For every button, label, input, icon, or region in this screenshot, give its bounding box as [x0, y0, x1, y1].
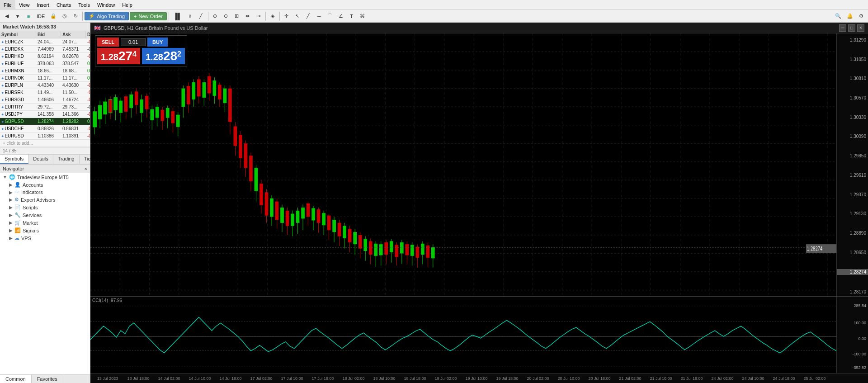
navigator-bottom-tabs: Common Favorites — [0, 374, 90, 383]
cci-level-3: 0.00 — [837, 336, 868, 341]
chart-close-btn[interactable]: × — [857, 24, 864, 32]
toolbar-dropdown[interactable]: ▼ — [13, 11, 23, 21]
chart-maximize-btn[interactable]: □ — [848, 24, 855, 32]
line-btn[interactable]: ╱ — [196, 11, 206, 21]
nav-broker[interactable]: ▼ 🌐 Tradeview Europe MT5 — [0, 173, 90, 181]
svg-rect-71 — [171, 111, 175, 123]
market-watch-row-eurczk[interactable]: ● EURCZK 24.04... 24.07... -0.27% — [0, 38, 90, 46]
nav-indicators[interactable]: ▶ 〰 Indicators — [0, 189, 90, 196]
svg-rect-97 — [239, 135, 242, 158]
time-label-24: 25 Jul 10:00 — [830, 376, 835, 381]
symbol-cell: ● EURDKK — [0, 46, 36, 52]
toolbar-color[interactable]: ■ — [24, 11, 33, 21]
symbol-cell: ● USDJPY — [0, 111, 36, 118]
svg-rect-0 — [90, 33, 836, 296]
svg-rect-59 — [140, 99, 143, 113]
menu-view[interactable]: View — [15, 0, 33, 10]
market-watch-row-eurmxn[interactable]: ● EURMXN 18.66... 18.68... 0.29% — [0, 67, 90, 75]
sell-button[interactable]: SELL — [97, 38, 119, 47]
svg-rect-73 — [176, 115, 180, 127]
autoscroll-btn[interactable]: ⇥ — [254, 11, 264, 21]
highlight-btn[interactable]: ◈ — [268, 11, 278, 21]
svg-rect-77 — [187, 86, 190, 104]
new-order-icon: + — [134, 14, 137, 19]
nav-tab-common[interactable]: Common — [0, 375, 32, 383]
zoom-in-btn[interactable]: ⊕ — [210, 11, 220, 21]
hline-btn[interactable]: ─ — [314, 11, 324, 21]
market-watch-row-eurusd[interactable]: ● EURUSD 1.10386 1.10391 -0.23% — [0, 132, 90, 140]
chart-minimize-btn[interactable]: ─ — [839, 24, 846, 32]
market-watch-row-eurhuf[interactable]: ● EURHUF 378.063 378.547 0.12% — [0, 60, 90, 67]
separator3 — [208, 12, 208, 21]
draw1-btn[interactable]: ⌒ — [325, 11, 335, 21]
price-scale: 1.31290 1.31050 1.30810 1.30570 1.30330 … — [836, 33, 868, 296]
draw3-btn[interactable]: T — [347, 11, 357, 21]
nav-vps[interactable]: ▶ ☁ VPS — [0, 234, 90, 242]
change-cell: 0.29% — [86, 67, 90, 74]
market-watch-row-gbpusd[interactable]: ● GBPUSD 1.28274 1.28282 0.01% — [0, 118, 90, 125]
toolbar-refresh[interactable]: ↻ — [71, 11, 80, 21]
nav-accounts[interactable]: ▶ 👤 Accounts — [0, 181, 90, 189]
menu-help[interactable]: Help — [118, 0, 136, 10]
toolbar-indicator1[interactable]: ◎ — [60, 11, 70, 21]
market-watch-row-eurtry[interactable]: ● EURTRY 29.72... 29.73... -0.00% — [0, 104, 90, 111]
navigator-close-btn[interactable]: × — [85, 166, 87, 171]
svg-rect-45 — [104, 102, 107, 114]
market-watch-row-eurnok[interactable]: ● EURNOK 11.17... 11.17... 0.43% — [0, 75, 90, 82]
candle-btn[interactable]: 🕯 — [185, 11, 195, 21]
search-btn[interactable]: 🔍 — [833, 11, 844, 21]
chart-flag-icon: 🇬🇧 — [94, 25, 101, 31]
crosshair-btn[interactable]: ✛ — [282, 11, 292, 21]
expand-services-icon: ▶ — [9, 213, 13, 218]
bar-chart-btn[interactable]: ▐▌ — [171, 11, 184, 21]
tab-symbols[interactable]: Symbols — [0, 155, 28, 164]
new-chart-button[interactable]: ◀ — [2, 11, 12, 21]
bid-cell: 1.28274 — [36, 118, 61, 125]
market-watch-row-eursgd[interactable]: ● EURSGD 1.46606 1.46724 -0.47% — [0, 96, 90, 104]
algo-trading-icon: ⚡ — [89, 13, 95, 19]
cci-chart[interactable]: CCI(14) -97.96 285.54 100.00 0.00 -100.0… — [90, 296, 868, 373]
market-watch-row-usdjpy[interactable]: ● USDJPY 141.358 141.366 -0.08% — [0, 111, 90, 118]
nav-tab-favorites[interactable]: Favorites — [32, 375, 63, 383]
settings-btn[interactable]: ⚙ — [856, 11, 866, 21]
ask-pips: 28 — [163, 49, 177, 63]
grid-btn[interactable]: ⊞ — [232, 11, 242, 21]
candle-chart[interactable]: 1.28274 1.31290 1.31050 1.30810 1.30570 … — [90, 33, 868, 296]
click-to-add-row[interactable]: + click to add... — [0, 140, 90, 147]
zoom-out-btn[interactable]: ⊖ — [221, 11, 231, 21]
market-watch-row-eurhkd[interactable]: ● EURHKD 8.62194 8.62678 -0.24% — [0, 53, 90, 60]
tab-trading[interactable]: Trading — [53, 155, 80, 164]
vps-icon: ☁ — [14, 235, 19, 241]
draw2-btn[interactable]: ∠ — [336, 11, 346, 21]
notification-btn[interactable]: 🔔 — [844, 11, 855, 21]
tab-details[interactable]: Details — [28, 155, 53, 164]
algo-trading-button[interactable]: ⚡ Algo Trading — [85, 12, 129, 20]
nav-services[interactable]: ▶ 🔧 Services — [0, 211, 90, 219]
menu-tools[interactable]: Tools — [75, 0, 94, 10]
lot-size-input[interactable] — [121, 38, 146, 46]
nav-signals[interactable]: ▶ 📶 Signals — [0, 227, 90, 234]
cursor-btn[interactable]: ↖ — [292, 11, 302, 21]
market-watch-row-eursek[interactable]: ● EURSEK 11.49... 11.50... -0.15% — [0, 89, 90, 96]
new-order-button[interactable]: + New Order — [130, 12, 167, 20]
market-watch-row-eurpln[interactable]: ● EURPLN 4.43340 4.43630 -0.30% — [0, 82, 90, 89]
nav-market[interactable]: ▶ 🛒 Market — [0, 219, 90, 227]
menu-file[interactable]: File — [0, 0, 15, 10]
nav-scripts[interactable]: ▶ 📄 Scripts — [0, 203, 90, 211]
time-label-16: 20 Jul 18:00 — [584, 376, 615, 381]
line-tool-btn[interactable]: ╱ — [303, 11, 313, 21]
toolbar-lock[interactable]: 🔒 — [48, 11, 59, 21]
cci-svg — [90, 297, 836, 373]
menu-charts[interactable]: Charts — [53, 0, 75, 10]
buy-button[interactable]: BUY — [147, 38, 168, 47]
menu-window[interactable]: Window — [94, 0, 118, 10]
market-watch-row-usdchf[interactable]: ● USDCHF 0.86826 0.86831 -0.17% — [0, 125, 90, 132]
market-watch-table[interactable]: Symbol Bid Ask Daily... ● EURCZK 24.04..… — [0, 31, 90, 147]
menu-insert[interactable]: Insert — [33, 0, 53, 10]
market-watch-row-eurdkk[interactable]: ● EURDKK 7.44969 7.45371 -0.00% — [0, 46, 90, 53]
draw4-btn[interactable]: ⌘ — [358, 11, 368, 21]
nav-expert-advisors[interactable]: ▶ ⚙ Expert Advisors — [0, 196, 90, 203]
symbol-cell: ● GBPUSD — [0, 118, 36, 125]
toolbar-ide[interactable]: IDE — [34, 11, 47, 21]
scroll-btn[interactable]: ⇔ — [243, 11, 253, 21]
